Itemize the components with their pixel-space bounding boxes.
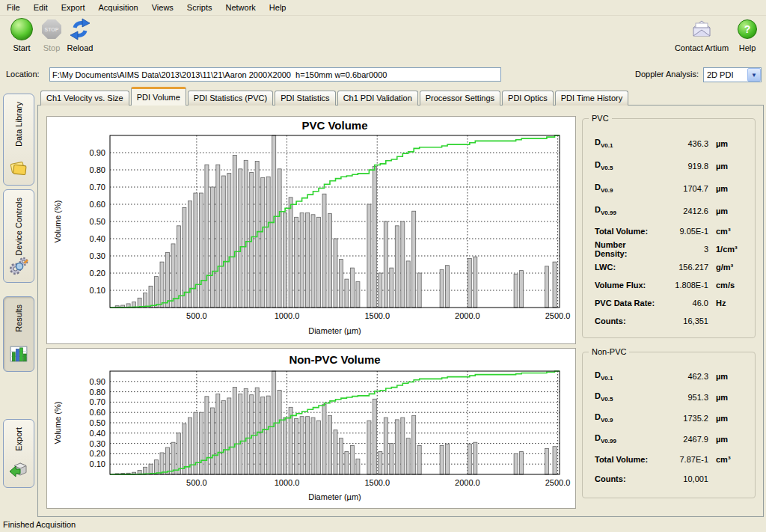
stat-unit: cm³ bbox=[716, 455, 749, 464]
histogram-bar bbox=[166, 252, 170, 308]
histogram-bar bbox=[210, 408, 214, 474]
histogram-bar bbox=[390, 268, 393, 308]
doppler-analysis-select[interactable]: 2D PDI ▼ bbox=[703, 67, 762, 82]
pvc-stats-panel: PVC DV0.1436.3µmDV0.5919.8µmDV0.91704.7µ… bbox=[582, 118, 756, 338]
tab-pdi-optics[interactable]: PDI Optics bbox=[502, 91, 554, 106]
menu-help[interactable]: Help bbox=[263, 1, 293, 15]
stat-label: DV0.1 bbox=[595, 138, 659, 149]
sidebar-item-device-controls[interactable]: Device Controls bbox=[3, 189, 34, 283]
pvc-panel-title: PVC bbox=[589, 114, 612, 123]
histogram-bar bbox=[227, 174, 231, 308]
histogram-bar bbox=[356, 459, 360, 474]
histogram-bar bbox=[373, 166, 376, 308]
pvc-panel-rows: DV0.1436.3µmDV0.5919.8µmDV0.91704.7µmDV0… bbox=[583, 132, 755, 330]
help-button[interactable]: ? Help bbox=[735, 17, 760, 52]
histogram-bar bbox=[520, 452, 524, 474]
histogram-bar bbox=[278, 169, 281, 308]
histogram-bar bbox=[300, 417, 304, 474]
doppler-analysis-label: Doppler Analysis: bbox=[635, 70, 699, 79]
menu-export[interactable]: Export bbox=[55, 1, 92, 15]
stat-row: DV0.5919.8µm bbox=[583, 155, 755, 177]
y-axis-label: Volume (%) bbox=[53, 201, 62, 243]
sidebar-item-data-library[interactable]: Data Library bbox=[3, 94, 34, 186]
histogram-bar bbox=[545, 266, 548, 308]
stat-row: DV0.91735.2µm bbox=[583, 408, 755, 429]
reload-button[interactable]: Reload bbox=[63, 17, 97, 52]
sidebar-item-label: Device Controls bbox=[14, 198, 23, 256]
histogram-bar bbox=[199, 193, 203, 308]
histogram-bar bbox=[334, 239, 337, 308]
y-tick-label: 0.60 bbox=[90, 408, 105, 417]
menu-acquisition[interactable]: Acquisition bbox=[92, 1, 145, 15]
histogram-bar bbox=[295, 419, 298, 475]
histogram-bar bbox=[289, 198, 292, 308]
histogram-bar bbox=[406, 438, 410, 474]
y-tick-label: 0.20 bbox=[90, 449, 105, 458]
menu-scripts[interactable]: Scripts bbox=[180, 1, 219, 15]
stat-unit: µm bbox=[716, 435, 749, 444]
sidebar-item-export[interactable]: Export bbox=[3, 419, 34, 488]
stat-unit: g/m³ bbox=[716, 263, 749, 272]
stat-unit: µm bbox=[716, 414, 749, 423]
tab-processor-settings[interactable]: Processor Settings bbox=[420, 91, 500, 106]
x-tick-label: 2500.0 bbox=[545, 311, 571, 320]
x-tick-label: 2500.0 bbox=[545, 478, 571, 487]
stat-label: DV0.1 bbox=[595, 370, 659, 382]
histogram-bar bbox=[261, 177, 265, 308]
help-icon: ? bbox=[738, 19, 757, 39]
x-tick-label: 1500.0 bbox=[364, 478, 390, 487]
stat-row: Counts:10,001 bbox=[583, 469, 755, 489]
stat-value: 1.808E-1 bbox=[659, 281, 708, 290]
histogram-bar bbox=[384, 418, 387, 474]
stat-label: DV0.9 bbox=[595, 183, 659, 194]
help-button-label: Help bbox=[735, 43, 760, 52]
stat-value: 436.3 bbox=[659, 139, 708, 148]
y-tick-label: 0.80 bbox=[90, 165, 105, 174]
stat-row: DV0.992412.6µm bbox=[583, 200, 755, 222]
x-tick-label: 2000.0 bbox=[455, 478, 480, 487]
histogram-bar bbox=[446, 444, 450, 474]
histogram-bar bbox=[278, 391, 281, 475]
histogram-bar bbox=[317, 217, 321, 308]
histogram-bar bbox=[261, 397, 265, 475]
nonpvc-stats-panel: Non-PVC DV0.1462.3µmDV0.5951.3µmDV0.9173… bbox=[582, 352, 756, 498]
stat-value: 1704.7 bbox=[659, 184, 708, 193]
stat-unit: 1/cm³ bbox=[716, 245, 749, 254]
stat-row: Number Density:31/cm³ bbox=[583, 240, 755, 258]
sidebar-item-results[interactable]: Results bbox=[3, 296, 34, 372]
histogram-bar bbox=[379, 273, 382, 308]
histogram-bar bbox=[322, 404, 326, 474]
histogram-bar bbox=[384, 221, 387, 308]
menu-network[interactable]: Network bbox=[218, 1, 262, 15]
contact-artium-button[interactable]: Contact Artium bbox=[670, 17, 733, 52]
location-input[interactable] bbox=[49, 67, 501, 82]
x-axis-label: Diameter (µm) bbox=[308, 326, 361, 335]
histogram-bar bbox=[395, 226, 399, 308]
tab-pdi-volume[interactable]: PDI Volume bbox=[131, 87, 186, 106]
tab-ch1-velocity-vs-size[interactable]: Ch1 Velocity vs. Size bbox=[40, 91, 129, 106]
menu-views[interactable]: Views bbox=[145, 1, 180, 15]
stat-unit: µm bbox=[716, 184, 749, 193]
stat-label: DV0.5 bbox=[595, 160, 659, 171]
histogram-bar bbox=[417, 445, 421, 474]
tab-pdi-statistics[interactable]: PDI Statistics bbox=[275, 91, 335, 106]
stat-label: LWC: bbox=[595, 263, 659, 272]
tab-pdi-statistics-pvc-[interactable]: PDI Statistics (PVC) bbox=[188, 91, 273, 106]
histogram-bar bbox=[160, 453, 164, 474]
stat-row: Total Volume:7.87E-1cm³ bbox=[583, 450, 755, 469]
stat-row: DV0.1462.3µm bbox=[583, 366, 755, 387]
histogram-bar bbox=[553, 262, 557, 308]
histogram-bar bbox=[155, 277, 159, 308]
menu-file[interactable]: File bbox=[0, 1, 27, 15]
tab-ch1-pdi-validation[interactable]: Ch1 PDI Validation bbox=[337, 91, 418, 106]
histogram-bar bbox=[244, 389, 248, 475]
histogram-bar bbox=[440, 269, 444, 308]
tab-pdi-time-history[interactable]: PDI Time History bbox=[555, 91, 629, 106]
stat-value: 1735.2 bbox=[659, 414, 708, 423]
histogram-bar bbox=[138, 298, 141, 308]
histogram-bar bbox=[221, 400, 225, 474]
menu-edit[interactable]: Edit bbox=[27, 1, 55, 15]
start-icon bbox=[10, 18, 33, 40]
y-tick-label: 0.70 bbox=[90, 397, 105, 406]
histogram-bar bbox=[406, 261, 410, 308]
